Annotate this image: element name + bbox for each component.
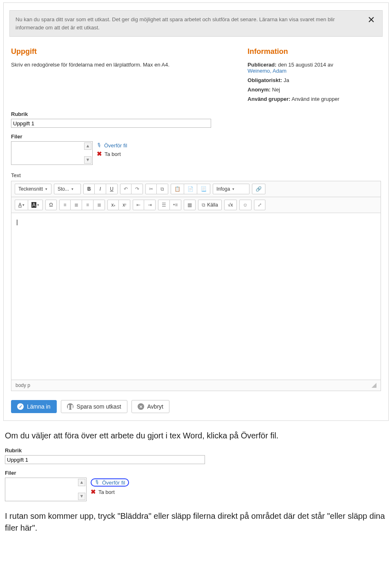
file-up-icon[interactable]: ▲ [84, 142, 91, 150]
outdent-button[interactable]: ⇤ [133, 200, 144, 210]
rich-text-editor: Teckensnitt▾ Sto...▾ B I U ↶ ↷ [11, 181, 381, 391]
upload-file-label: Överför fil [104, 142, 127, 149]
rubrik-label: Rubrik [11, 111, 381, 117]
special-char-button[interactable]: Ω [45, 200, 57, 210]
cancel-button[interactable]: ✕ Avbryt [131, 400, 169, 413]
example-snippet: Rubrik Filer ▲ ▼ ✎ Överför fil ✖ Ta bort [5, 447, 387, 501]
paste-word-button[interactable]: 📃 [197, 184, 210, 194]
snippet-remove-file-button[interactable]: ✖ Ta bort [91, 488, 129, 496]
font-size-select[interactable]: Sto...▾ [54, 184, 81, 194]
snippet-remove-icon: ✖ [91, 488, 96, 496]
maximize-button[interactable]: ⤢ [254, 200, 265, 210]
close-icon[interactable]: ✕ [366, 16, 376, 24]
filer-label: Filer [11, 133, 381, 140]
superscript-button[interactable]: x² [119, 200, 130, 210]
info-published-value: den 15 augusti 2014 av [278, 62, 333, 68]
indent-button[interactable]: ⇥ [144, 200, 156, 210]
align-right-button[interactable]: ≡ [82, 200, 94, 210]
info-published-label: Publicerad: [247, 62, 276, 68]
unordered-list-button[interactable]: •≡ [170, 200, 181, 210]
remove-file-button[interactable]: ✖ Ta bort [97, 150, 127, 158]
bg-color-button[interactable]: A▾ [28, 200, 43, 210]
snippet-remove-label: Ta bort [98, 489, 115, 495]
info-anon-label: Anonym: [247, 87, 270, 93]
info-mandatory-label: Obligatoriskt: [247, 77, 282, 83]
editor-status-bar: body p [11, 380, 381, 391]
assignment-card: Nu kan du spara ditt svar som ett utkast… [3, 2, 389, 421]
editor-path: body p [16, 382, 30, 388]
underline-button[interactable]: U [106, 184, 118, 194]
info-groups-value: Använd inte grupper [292, 96, 339, 102]
save-draft-button[interactable]: ❚❚ Spara som utkast [61, 400, 127, 413]
align-justify-button[interactable]: ≣ [94, 200, 105, 210]
font-family-select[interactable]: Teckensnitt▾ [15, 184, 51, 194]
instruction-paragraph-1: Om du väljer att föra över ett arbete du… [5, 430, 387, 442]
file-list[interactable]: ▲ ▼ [11, 141, 93, 165]
snippet-rubrik-label: Rubrik [5, 447, 387, 454]
editor-toolbar-row2: A▾ A▾ Ω ≡ ≣ ≡ ≣ x₂ x² ⇤ [11, 197, 381, 213]
snippet-upload-file-button[interactable]: ✎ Överför fil [91, 478, 129, 487]
info-anon: Anonym: Nej [247, 87, 381, 93]
task-heading: Uppgift [11, 47, 238, 56]
copy-button[interactable]: ⧉ [157, 184, 168, 194]
check-icon: ✓ [17, 403, 24, 410]
editor-cursor: | [16, 219, 18, 225]
insert-select[interactable]: Infoga▾ [213, 184, 249, 194]
task-description: Skriv en redogörelse för fördelarna med … [11, 62, 238, 68]
insert-label: Infoga [216, 186, 230, 192]
align-left-button[interactable]: ≡ [59, 200, 71, 210]
text-label: Text [11, 172, 381, 178]
subscript-button[interactable]: x₂ [107, 200, 119, 210]
info-author-link[interactable]: Weinemo, Adam [247, 68, 286, 74]
editor-body[interactable]: | [11, 213, 381, 380]
table-button[interactable]: ▦ [184, 200, 196, 210]
redo-button[interactable]: ↷ [131, 184, 143, 194]
rubrik-input[interactable] [11, 119, 211, 128]
snippet-file-up-icon[interactable]: ▲ [78, 479, 85, 486]
math-button[interactable]: √x [224, 200, 237, 210]
snippet-paperclip-icon: ✎ [94, 478, 101, 487]
font-family-label: Teckensnitt [18, 186, 43, 192]
align-center-button[interactable]: ≣ [71, 200, 82, 210]
source-icon: ⧉ [202, 202, 205, 208]
cut-button[interactable]: ✂ [145, 184, 157, 194]
snippet-filer-label: Filer [5, 470, 387, 476]
bold-button[interactable]: B [83, 184, 95, 194]
pause-icon: ❚❚ [67, 403, 74, 410]
cancel-label: Avbryt [147, 403, 163, 410]
paste-button[interactable]: 📋 [171, 184, 184, 194]
snippet-file-list[interactable]: ▲ ▼ [5, 478, 87, 501]
ordered-list-button[interactable]: ☰ [158, 200, 170, 210]
submit-button[interactable]: ✓ Lämna in [11, 400, 57, 413]
paperclip-icon: ✎ [96, 141, 103, 149]
info-groups: Använd grupper: Använd inte grupper [247, 96, 381, 102]
info-mandatory-value: Ja [283, 77, 289, 83]
remove-icon: ✖ [97, 150, 102, 158]
remove-file-label: Ta bort [105, 151, 121, 157]
italic-button[interactable]: I [95, 184, 106, 194]
form-buttons: ✓ Lämna in ❚❚ Spara som utkast ✕ Avbryt [8, 397, 384, 415]
text-color-button[interactable]: A▾ [15, 200, 28, 210]
font-size-label: Sto... [58, 186, 69, 192]
draft-notice-text: Nu kan du spara ditt svar som ett utkast… [16, 16, 362, 31]
info-published: Publicerad: den 15 augusti 2014 av Weine… [247, 62, 381, 74]
file-down-icon[interactable]: ▼ [84, 156, 91, 164]
snippet-file-down-icon[interactable]: ▼ [78, 493, 85, 500]
paste-text-button[interactable]: 📄 [184, 184, 197, 194]
resize-handle-icon[interactable] [372, 383, 376, 388]
snippet-rubrik-input[interactable] [5, 455, 205, 464]
draft-notice: Nu kan du spara ditt svar som ett utkast… [9, 10, 383, 37]
emoji-button[interactable]: ☺ [239, 200, 252, 210]
info-heading: Information [247, 47, 381, 56]
info-anon-value: Nej [272, 87, 280, 93]
source-label: Källa [207, 202, 218, 208]
info-mandatory: Obligatoriskt: Ja [247, 77, 381, 83]
link-button[interactable]: 🔗 [252, 184, 265, 194]
upload-file-button[interactable]: ✎ Överför fil [97, 142, 127, 149]
editor-toolbar-row1: Teckensnitt▾ Sto...▾ B I U ↶ ↷ [11, 181, 381, 197]
undo-button[interactable]: ↶ [120, 184, 131, 194]
info-groups-label: Använd grupper: [247, 96, 290, 102]
save-draft-label: Spara som utkast [77, 403, 121, 410]
instruction-paragraph-2: I rutan som kommer upp, tryck "Bläddra" … [5, 510, 387, 534]
source-button[interactable]: ⧉ Källa [198, 200, 222, 210]
